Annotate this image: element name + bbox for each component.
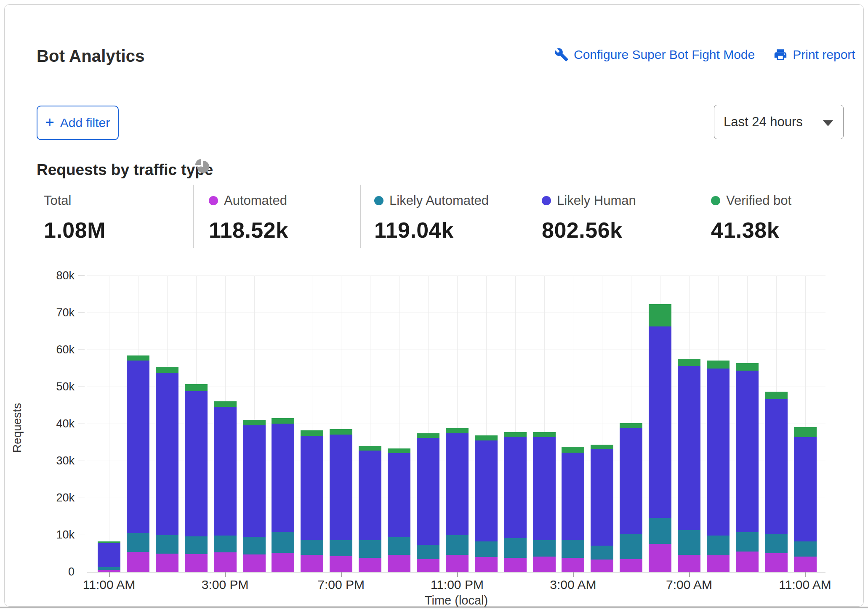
bar-segment-likely-human[interactable] <box>272 424 294 532</box>
bar-segment-likely-human[interactable] <box>330 435 352 540</box>
bar-segment-verified-bot[interactable] <box>127 355 149 361</box>
bar-segment-automated[interactable] <box>388 555 410 572</box>
bar-segment-likely-automated[interactable] <box>649 518 671 544</box>
bar-segment-automated[interactable] <box>417 559 439 572</box>
bar-segment-likely-human[interactable] <box>98 543 120 567</box>
bar-segment-automated[interactable] <box>243 554 266 572</box>
bar-segment-verified-bot[interactable] <box>330 429 352 435</box>
bar-segment-likely-automated[interactable] <box>765 534 788 553</box>
bar-segment-automated[interactable] <box>504 558 527 572</box>
bar-segment-automated[interactable] <box>533 557 556 572</box>
bar-segment-likely-human[interactable] <box>156 373 178 535</box>
bar-segment-likely-automated[interactable] <box>98 567 120 570</box>
bar-segment-likely-automated[interactable] <box>417 545 439 559</box>
bar-segment-verified-bot[interactable] <box>301 430 323 436</box>
bar-segment-verified-bot[interactable] <box>591 445 613 449</box>
bar-segment-verified-bot[interactable] <box>156 367 178 373</box>
bar-segment-automated[interactable] <box>272 553 294 572</box>
bar-segment-automated[interactable] <box>678 555 700 572</box>
bar-segment-likely-automated[interactable] <box>707 536 730 556</box>
bar-segment-verified-bot[interactable] <box>417 433 439 438</box>
bar-segment-likely-human[interactable] <box>417 438 439 544</box>
bar-segment-likely-human[interactable] <box>243 425 266 537</box>
bar-segment-likely-human[interactable] <box>562 453 584 540</box>
bar-segment-likely-automated[interactable] <box>272 532 294 553</box>
bar-segment-verified-bot[interactable] <box>272 418 294 424</box>
bar-segment-verified-bot[interactable] <box>98 541 120 543</box>
bar-segment-likely-automated[interactable] <box>504 538 527 558</box>
bar-segment-automated[interactable] <box>127 552 149 572</box>
bar-segment-automated[interactable] <box>620 559 642 572</box>
bar-segment-verified-bot[interactable] <box>678 359 700 366</box>
bar-segment-likely-automated[interactable] <box>214 536 237 552</box>
bar-segment-likely-automated[interactable] <box>185 536 208 554</box>
bar-segment-verified-bot[interactable] <box>736 363 759 371</box>
bar-segment-likely-human[interactable] <box>388 453 410 538</box>
bar-segment-automated[interactable] <box>475 557 498 572</box>
bar-segment-automated[interactable] <box>185 554 208 572</box>
bar-segment-verified-bot[interactable] <box>649 304 671 326</box>
bar-segment-likely-human[interactable] <box>475 440 498 541</box>
bar-segment-likely-automated[interactable] <box>446 535 469 555</box>
bar-segment-likely-human[interactable] <box>301 436 323 540</box>
bar-segment-likely-automated[interactable] <box>301 540 323 555</box>
bar-segment-likely-human[interactable] <box>794 437 817 541</box>
bar-segment-verified-bot[interactable] <box>446 428 469 433</box>
bar-segment-likely-automated[interactable] <box>127 533 149 552</box>
bar-segment-verified-bot[interactable] <box>562 447 584 452</box>
bar-segment-automated[interactable] <box>736 552 759 572</box>
bar-segment-likely-human[interactable] <box>678 366 700 530</box>
bar-segment-likely-human[interactable] <box>649 326 671 518</box>
bar-segment-verified-bot[interactable] <box>707 361 730 369</box>
bar-segment-verified-bot[interactable] <box>533 432 556 437</box>
bar-segment-likely-automated[interactable] <box>678 530 700 554</box>
bar-segment-verified-bot[interactable] <box>243 420 266 425</box>
bar-segment-automated[interactable] <box>214 552 237 572</box>
bar-segment-verified-bot[interactable] <box>388 448 410 453</box>
bar-segment-likely-human[interactable] <box>707 369 730 536</box>
bar-segment-verified-bot[interactable] <box>185 384 208 391</box>
bar-segment-automated[interactable] <box>301 555 323 572</box>
bar-segment-likely-automated[interactable] <box>620 534 642 559</box>
bar-segment-likely-automated[interactable] <box>794 541 817 557</box>
bar-segment-automated[interactable] <box>649 544 671 572</box>
bar-segment-likely-automated[interactable] <box>359 540 381 557</box>
bar-segment-automated[interactable] <box>765 553 788 572</box>
bar-segment-automated[interactable] <box>156 554 178 572</box>
x-axis-tick-label: 7:00 AM <box>643 578 735 593</box>
bar-segment-likely-automated[interactable] <box>156 535 178 554</box>
bar-segment-likely-human[interactable] <box>591 449 613 546</box>
bar-segment-automated[interactable] <box>359 558 381 572</box>
bar-segment-verified-bot[interactable] <box>359 446 381 451</box>
bar-segment-likely-automated[interactable] <box>562 540 584 558</box>
bar-segment-likely-human[interactable] <box>127 361 149 533</box>
bar-segment-likely-automated[interactable] <box>736 532 759 552</box>
bar-segment-likely-human[interactable] <box>446 433 469 535</box>
bar-segment-automated[interactable] <box>446 555 469 572</box>
bar-segment-likely-human[interactable] <box>765 399 788 534</box>
bar-segment-verified-bot[interactable] <box>475 435 498 440</box>
bar-segment-verified-bot[interactable] <box>794 427 817 437</box>
bar-segment-automated[interactable] <box>591 560 613 572</box>
bar-segment-automated[interactable] <box>794 557 817 572</box>
bar-segment-likely-human[interactable] <box>504 437 527 538</box>
bar-segment-automated[interactable] <box>562 558 584 572</box>
bar-segment-likely-automated[interactable] <box>475 541 498 557</box>
bar-segment-likely-automated[interactable] <box>388 537 410 554</box>
bar-segment-likely-human[interactable] <box>185 391 208 537</box>
bar-segment-verified-bot[interactable] <box>214 401 237 406</box>
bar-segment-likely-automated[interactable] <box>591 546 613 560</box>
bar-segment-likely-automated[interactable] <box>330 540 352 556</box>
bar-segment-likely-human[interactable] <box>214 407 237 536</box>
bar-segment-likely-human[interactable] <box>620 428 642 535</box>
bar-segment-likely-human[interactable] <box>533 437 556 541</box>
bar-segment-verified-bot[interactable] <box>765 392 788 399</box>
bar-segment-likely-human[interactable] <box>736 371 759 532</box>
bar-segment-verified-bot[interactable] <box>504 432 527 437</box>
bar-segment-likely-automated[interactable] <box>243 537 266 554</box>
bar-segment-likely-human[interactable] <box>359 451 381 540</box>
bar-segment-automated[interactable] <box>707 555 730 572</box>
bar-segment-verified-bot[interactable] <box>620 423 642 428</box>
bar-segment-likely-automated[interactable] <box>533 540 556 557</box>
bar-segment-automated[interactable] <box>330 556 352 572</box>
